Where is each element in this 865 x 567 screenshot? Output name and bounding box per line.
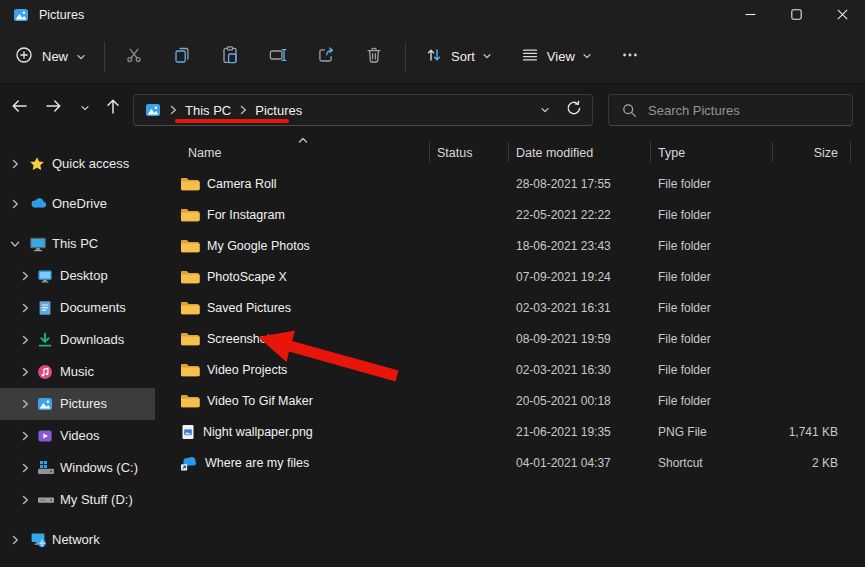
sort-button[interactable]: Sort	[414, 39, 502, 74]
file-date-modified-cell: 22-05-2021 22:22	[508, 208, 650, 222]
refresh-button[interactable]	[566, 100, 582, 120]
file-row-video-to-gif-maker[interactable]: Video To Gif Maker20-05-2021 00:18File f…	[155, 385, 865, 416]
file-name-cell[interactable]: For Instagram	[155, 207, 429, 223]
navigation-bar: This PC Pictures Search Pictures	[0, 84, 865, 136]
forward-button[interactable]	[41, 95, 67, 121]
file-name-cell[interactable]: Screenshots	[155, 331, 429, 347]
share-button[interactable]	[307, 39, 345, 75]
top-band: Pictures New Sort	[0, 0, 865, 84]
file-row-for-instagram[interactable]: For Instagram22-05-2021 22:22File folder	[155, 199, 865, 230]
column-divider[interactable]	[508, 142, 509, 162]
chevron-right-icon[interactable]	[19, 366, 31, 378]
back-button[interactable]	[6, 95, 32, 121]
file-type-cell: File folder	[650, 332, 772, 346]
window-title: Pictures	[39, 8, 84, 22]
breadcrumb-this-pc[interactable]: This PC	[185, 103, 231, 118]
sidebar-item-onedrive[interactable]: OneDrive	[0, 188, 155, 220]
chevron-right-icon[interactable]	[19, 430, 31, 442]
column-header-date-modified[interactable]: Date modified	[508, 146, 650, 160]
new-button[interactable]: New	[6, 39, 94, 75]
chevron-down-icon	[482, 49, 492, 64]
column-header-status[interactable]: Status	[429, 146, 508, 160]
file-name-cell[interactable]: Video To Gif Maker	[155, 393, 429, 409]
chevron-down-icon[interactable]	[9, 238, 21, 250]
chevron-right-icon[interactable]	[19, 302, 31, 314]
file-row-where-are-my-files[interactable]: Where are my files04-01-2021 04:37Shortc…	[155, 447, 865, 478]
share-icon	[316, 45, 336, 69]
sidebar-item-quick-access[interactable]: Quick access	[0, 148, 155, 180]
file-name-label: Screenshots	[207, 332, 276, 346]
chevron-right-icon[interactable]	[9, 534, 21, 546]
chevron-right-icon[interactable]	[19, 398, 31, 410]
copy-button[interactable]	[163, 39, 201, 75]
paste-button[interactable]	[211, 39, 249, 75]
pictures-icon	[13, 7, 29, 23]
desktop-icon	[37, 268, 53, 284]
chevron-right-icon[interactable]	[9, 158, 21, 170]
sidebar-item-this-pc[interactable]: This PC	[0, 228, 155, 260]
file-name-label: My Google Photos	[207, 239, 310, 253]
file-name-cell[interactable]: PhotoScape X	[155, 269, 429, 285]
column-divider[interactable]	[429, 142, 430, 162]
folder-icon	[180, 393, 200, 409]
file-row-photoscape-x[interactable]: PhotoScape X07-09-2021 19:24File folder	[155, 261, 865, 292]
address-dropdown-button[interactable]	[540, 101, 550, 119]
up-arrow-icon	[104, 97, 122, 119]
column-divider[interactable]	[850, 142, 851, 162]
chevron-right-icon[interactable]	[19, 334, 31, 346]
search-input[interactable]: Search Pictures	[608, 94, 853, 126]
column-header-name[interactable]: Name	[155, 146, 429, 160]
rename-button[interactable]	[259, 39, 297, 75]
chevron-right-icon[interactable]	[19, 270, 31, 282]
file-row-night-wallpaper-png[interactable]: Night wallpaper.png21-06-2021 19:35PNG F…	[155, 416, 865, 447]
sidebar-item-label: Videos	[60, 428, 100, 443]
column-header-type[interactable]: Type	[650, 146, 772, 160]
breadcrumb-chevron-icon	[237, 104, 249, 116]
cut-button[interactable]	[115, 39, 153, 75]
file-name-cell[interactable]: Saved Pictures	[155, 300, 429, 316]
sidebar-item-music[interactable]: Music	[0, 356, 155, 388]
quick-access-star-icon	[29, 156, 45, 172]
chevron-down-icon	[582, 49, 592, 64]
chevron-right-icon[interactable]	[19, 462, 31, 474]
file-row-saved-pictures[interactable]: Saved Pictures02-03-2021 16:31File folde…	[155, 292, 865, 323]
file-name-label: PhotoScape X	[207, 270, 287, 284]
delete-button[interactable]	[355, 39, 393, 75]
sidebar-item-videos[interactable]: Videos	[0, 420, 155, 452]
search-placeholder: Search Pictures	[648, 103, 740, 118]
see-more-button[interactable]	[612, 39, 648, 75]
file-row-my-google-photos[interactable]: My Google Photos18-06-2021 23:43File fol…	[155, 230, 865, 261]
file-name-cell[interactable]: My Google Photos	[155, 238, 429, 254]
file-name-cell[interactable]: Camera Roll	[155, 176, 429, 192]
chevron-right-icon[interactable]	[19, 494, 31, 506]
column-divider[interactable]	[772, 142, 773, 162]
close-button[interactable]	[819, 0, 865, 30]
chevron-right-icon[interactable]	[9, 198, 21, 210]
toolbar-divider	[405, 42, 406, 72]
view-button[interactable]: View	[510, 39, 602, 74]
sidebar-item-documents[interactable]: Documents	[0, 292, 155, 324]
recent-locations-button[interactable]	[72, 95, 98, 121]
file-row-camera-roll[interactable]: Camera Roll28-08-2021 17:55File folder	[155, 168, 865, 199]
file-name-cell[interactable]: Video Projects	[155, 362, 429, 378]
breadcrumb-pictures[interactable]: Pictures	[255, 103, 302, 118]
file-row-screenshots[interactable]: Screenshots08-09-2021 19:59File folder	[155, 323, 865, 354]
breadcrumb-underline-annotation	[175, 119, 289, 123]
minimize-button[interactable]	[727, 0, 773, 30]
column-header-size[interactable]: Size	[772, 146, 850, 160]
sidebar-item-windows-c[interactable]: Windows (C:)	[0, 452, 155, 484]
file-name-cell[interactable]: Where are my files	[155, 455, 429, 471]
sidebar-item-pictures[interactable]: Pictures	[0, 388, 155, 420]
maximize-button[interactable]	[773, 0, 819, 30]
sidebar-item-my-stuff-d[interactable]: My Stuff (D:)	[0, 484, 155, 516]
sidebar-item-downloads[interactable]: Downloads	[0, 324, 155, 356]
column-divider[interactable]	[650, 142, 651, 162]
file-row-video-projects[interactable]: Video Projects02-03-2021 16:30File folde…	[155, 354, 865, 385]
up-button[interactable]	[100, 95, 126, 121]
file-name-cell[interactable]: Night wallpaper.png	[155, 424, 429, 440]
file-date-modified-cell: 07-09-2021 19:24	[508, 270, 650, 284]
folder-icon	[180, 300, 200, 316]
sidebar-item-network[interactable]: Network	[0, 524, 155, 556]
folder-icon	[180, 331, 200, 347]
sidebar-item-desktop[interactable]: Desktop	[0, 260, 155, 292]
